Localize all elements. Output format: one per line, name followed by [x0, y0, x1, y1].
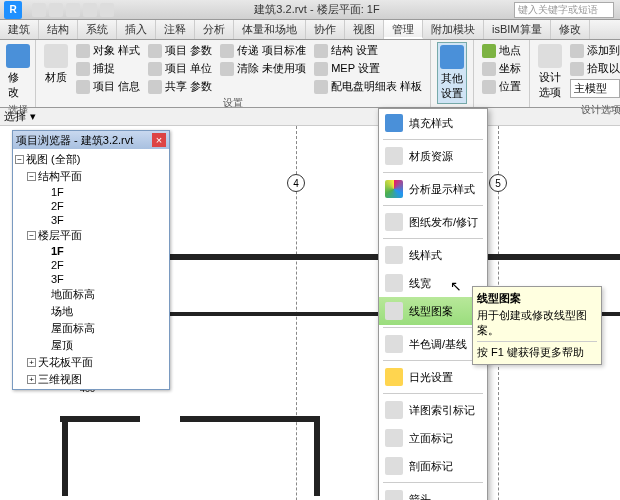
add-to-set-button[interactable]: 添加到集: [568, 42, 620, 59]
search-input[interactable]: 键入关键字或短语: [514, 2, 614, 18]
tree-item[interactable]: 3F: [15, 213, 167, 227]
elevation-icon: [385, 429, 403, 447]
separator: [383, 482, 483, 483]
project-info-button[interactable]: 项目 信息: [74, 78, 142, 95]
tree-root[interactable]: −视图 (全部): [15, 151, 167, 168]
tab-systems[interactable]: 系统: [78, 20, 117, 39]
wall-vert2[interactable]: [314, 416, 320, 496]
dd-sun-settings[interactable]: 日光设置: [379, 363, 487, 391]
transfer-standards-button[interactable]: 传递 项目标准: [218, 42, 308, 59]
qat-save-icon[interactable]: [49, 3, 63, 17]
tab-annotate[interactable]: 注释: [156, 20, 195, 39]
panel-schedule-button[interactable]: 配电盘明细表 样板: [312, 78, 424, 95]
materials-button[interactable]: 材质: [42, 42, 70, 95]
mep-icon: [314, 62, 328, 76]
additional-settings-button[interactable]: 其他 设置: [437, 42, 467, 104]
tree-item[interactable]: 2F: [15, 199, 167, 213]
modify-button[interactable]: 修改: [6, 42, 29, 102]
grid-bubble-5[interactable]: 5: [489, 174, 507, 192]
qat-print-icon[interactable]: [100, 3, 114, 17]
tree-group-3d[interactable]: +三维视图: [15, 371, 167, 388]
browser-titlebar[interactable]: 项目浏览器 - 建筑3.2.rvt ×: [13, 131, 169, 149]
qat-undo-icon[interactable]: [66, 3, 80, 17]
ribbon-tabs: 建筑 结构 系统 插入 注释 分析 体量和场地 协作 视图 管理 附加模块 is…: [0, 20, 620, 40]
dd-analysis-display[interactable]: 分析显示样式: [379, 175, 487, 203]
tab-view[interactable]: 视图: [345, 20, 384, 39]
tree-item[interactable]: 屋顶: [15, 337, 167, 354]
dd-section-tags[interactable]: 剖面标记: [379, 452, 487, 480]
wall-seg1[interactable]: [60, 416, 140, 422]
tree-item[interactable]: 3F: [15, 272, 167, 286]
dd-sheet-issues[interactable]: 图纸发布/修订: [379, 208, 487, 236]
dd-material-assets[interactable]: 材质资源: [379, 142, 487, 170]
tab-insert[interactable]: 插入: [117, 20, 156, 39]
purge-button[interactable]: 清除 未使用项: [218, 60, 308, 77]
tree-item[interactable]: 场地: [15, 303, 167, 320]
project-params-icon: [148, 44, 162, 58]
grid-bubble-4[interactable]: 4: [287, 174, 305, 192]
coordinates-button[interactable]: 坐标: [480, 60, 523, 77]
tree-group-ceiling[interactable]: +天花板平面: [15, 354, 167, 371]
project-units-button[interactable]: 项目 单位: [146, 60, 214, 77]
tab-collaborate[interactable]: 协作: [306, 20, 345, 39]
dd-line-patterns[interactable]: 线型图案: [379, 297, 487, 325]
wall-seg2[interactable]: [180, 416, 320, 422]
panel-title-design: 设计选项: [536, 102, 620, 118]
dd-fill-patterns[interactable]: 填充样式: [379, 109, 487, 137]
tab-manage[interactable]: 管理: [384, 20, 423, 39]
close-icon[interactable]: ×: [152, 133, 166, 147]
expand-icon[interactable]: +: [27, 358, 36, 367]
snaps-button[interactable]: 捕捉: [74, 60, 142, 77]
coordinates-icon: [482, 62, 496, 76]
object-styles-button[interactable]: 对象 样式: [74, 42, 142, 59]
position-button[interactable]: 位置: [480, 78, 523, 95]
materials-icon: [44, 44, 68, 68]
collapse-icon[interactable]: −: [27, 172, 36, 181]
tab-addins[interactable]: 附加模块: [423, 20, 484, 39]
project-params-button[interactable]: 项目 参数: [146, 42, 214, 59]
collapse-icon[interactable]: −: [27, 231, 36, 240]
tab-isbim[interactable]: isBIM算量: [484, 20, 551, 39]
design-options-button[interactable]: 设计 选项: [536, 42, 564, 102]
mep-settings-button[interactable]: MEP 设置: [312, 60, 424, 77]
title-bar: R 建筑3.2.rvt - 楼层平面: 1F 键入关键字或短语: [0, 0, 620, 20]
main-model-select[interactable]: 主模型: [568, 78, 620, 99]
tree-group-floor[interactable]: −楼层平面: [15, 227, 167, 244]
tree-item[interactable]: 地面标高: [15, 286, 167, 303]
dd-halftone[interactable]: 半色调/基线: [379, 330, 487, 358]
shared-params-button[interactable]: 共享 参数: [146, 78, 214, 95]
app-icon[interactable]: R: [4, 1, 22, 19]
chevron-down-icon[interactable]: ▾: [30, 110, 36, 123]
tree-item[interactable]: 屋面标高: [15, 320, 167, 337]
qat-open-icon[interactable]: [32, 3, 46, 17]
location-button[interactable]: 地点: [480, 42, 523, 59]
browser-tree[interactable]: −视图 (全部) −结构平面 1F 2F 3F −楼层平面 1F 2F 3F 地…: [13, 149, 169, 389]
tab-analyze[interactable]: 分析: [195, 20, 234, 39]
dd-line-styles[interactable]: 线样式: [379, 241, 487, 269]
dd-arrowheads[interactable]: 箭头: [379, 485, 487, 500]
collapse-icon[interactable]: −: [15, 155, 24, 164]
tab-modify[interactable]: 修改: [551, 20, 590, 39]
expand-icon[interactable]: +: [27, 375, 36, 384]
dd-callout-tags[interactable]: 详图索引标记: [379, 396, 487, 424]
tree-item[interactable]: 2F: [15, 258, 167, 272]
tree-group-elevation[interactable]: −立面 (建筑立面): [15, 388, 167, 389]
add-icon: [570, 44, 584, 58]
qat-redo-icon[interactable]: [83, 3, 97, 17]
tab-structure[interactable]: 结构: [39, 20, 78, 39]
tab-architecture[interactable]: 建筑: [0, 20, 39, 39]
browser-title-text: 项目浏览器 - 建筑3.2.rvt: [16, 133, 133, 148]
wall-vert1[interactable]: [62, 416, 68, 496]
panel-schedule-icon: [314, 80, 328, 94]
tab-massing[interactable]: 体量和场地: [234, 20, 306, 39]
dd-line-weights[interactable]: 线宽: [379, 269, 487, 297]
section-icon: [385, 457, 403, 475]
mouse-cursor: ↖: [450, 278, 462, 294]
pick-edit-button[interactable]: 拾取以进行编辑: [568, 60, 620, 77]
structural-settings-button[interactable]: 结构 设置: [312, 42, 424, 59]
analysis-icon: [385, 180, 403, 198]
dd-elevation-tags[interactable]: 立面标记: [379, 424, 487, 452]
tree-item-selected[interactable]: 1F: [15, 244, 167, 258]
tree-group-structural[interactable]: −结构平面: [15, 168, 167, 185]
tree-item[interactable]: 1F: [15, 185, 167, 199]
